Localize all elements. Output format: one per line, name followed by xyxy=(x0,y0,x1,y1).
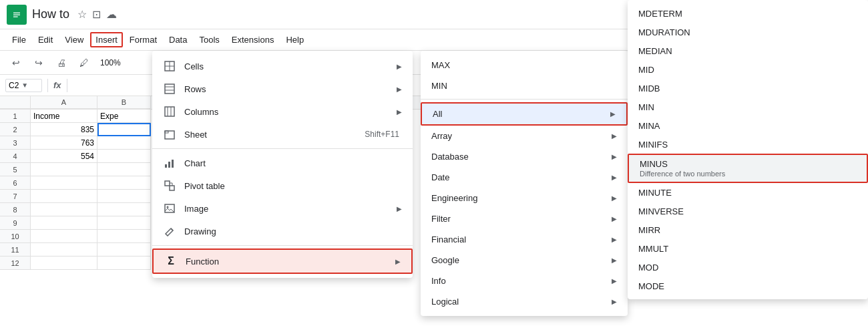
insert-image-item[interactable]: Image ▶ xyxy=(152,197,413,220)
menu-insert[interactable]: Insert xyxy=(90,32,123,47)
category-google[interactable]: Google ▶ xyxy=(421,250,628,271)
pivot-label: Pivot table xyxy=(184,181,402,191)
func-minute[interactable]: MINUTE xyxy=(628,183,868,202)
menu-file[interactable]: File xyxy=(7,32,31,47)
func-minus[interactable]: MINUS Difference of two numbers xyxy=(628,154,868,183)
cell-b3[interactable] xyxy=(97,136,151,150)
cell-a7[interactable] xyxy=(31,190,97,203)
cell-a10[interactable] xyxy=(31,230,97,243)
redo-button[interactable]: ↪ xyxy=(29,53,48,72)
insert-chart-item[interactable]: Chart xyxy=(152,152,413,174)
category-date[interactable]: Date ▶ xyxy=(421,167,628,188)
category-array[interactable]: Array ▶ xyxy=(421,126,628,146)
cell-a2[interactable]: 835 xyxy=(31,123,97,136)
cell-b7[interactable] xyxy=(97,190,151,203)
min-label: MIN xyxy=(431,81,617,91)
func-midb[interactable]: MIDB xyxy=(628,79,868,98)
mode-name: MODE xyxy=(638,281,857,291)
func-minverse[interactable]: MINVERSE xyxy=(628,202,868,220)
cell-b9[interactable] xyxy=(97,216,151,230)
cell-a8[interactable] xyxy=(31,203,97,216)
formula-divider2 xyxy=(67,79,67,92)
func-minifs[interactable]: MINIFS xyxy=(628,135,868,154)
cell-b6[interactable] xyxy=(97,176,151,190)
corner-cell xyxy=(0,96,31,109)
insert-cells-item[interactable]: Cells ▶ xyxy=(152,55,413,77)
func-mina[interactable]: MINA xyxy=(628,116,868,135)
formula-divider xyxy=(47,79,48,92)
cell-b2[interactable] xyxy=(97,123,151,136)
category-min[interactable]: MIN xyxy=(421,75,628,96)
cell-a5[interactable] xyxy=(31,163,97,176)
func-mode[interactable]: MODE xyxy=(628,277,868,295)
cell-b1[interactable]: Expe xyxy=(97,110,151,123)
menu-view[interactable]: View xyxy=(59,32,89,47)
category-info[interactable]: Info ▶ xyxy=(421,271,628,291)
cell-a3[interactable]: 763 xyxy=(31,136,97,150)
cell-a1[interactable]: Income xyxy=(31,110,97,123)
category-all[interactable]: All ▶ xyxy=(421,102,628,126)
cell-b10[interactable] xyxy=(97,230,151,243)
print-button[interactable]: 🖨 xyxy=(52,53,71,72)
insert-pivot-item[interactable]: Pivot table xyxy=(152,174,413,197)
func-mmult[interactable]: MMULT xyxy=(628,239,868,258)
func-mduration[interactable]: MDURATION xyxy=(628,23,868,41)
cell-b8[interactable] xyxy=(97,203,151,216)
menu-data[interactable]: Data xyxy=(164,32,192,47)
cell-a11[interactable] xyxy=(31,243,97,257)
func-min2[interactable]: MIN xyxy=(628,98,868,116)
cell-b5[interactable] xyxy=(97,163,151,176)
row-num-12: 12 xyxy=(0,257,31,270)
menu-tools[interactable]: Tools xyxy=(194,32,224,47)
paint-format-button[interactable]: 🖊 xyxy=(75,53,93,72)
cell-reference[interactable]: C2 ▼ xyxy=(5,79,42,92)
col-header-a: A xyxy=(31,96,97,109)
insert-function-item[interactable]: Σ Function ▶ xyxy=(152,248,413,274)
google-arrow-icon: ▶ xyxy=(612,257,617,264)
category-filter[interactable]: Filter ▶ xyxy=(421,208,628,229)
undo-button[interactable]: ↩ xyxy=(7,53,25,72)
insert-columns-item[interactable]: Columns ▶ xyxy=(152,100,413,123)
func-mid[interactable]: MID xyxy=(628,60,868,79)
func-mdeterm[interactable]: MDETERM xyxy=(628,4,868,23)
midb-name: MIDB xyxy=(638,84,857,94)
cell-a9[interactable] xyxy=(31,216,97,230)
insert-drawing-item[interactable]: Drawing xyxy=(152,220,413,242)
cell-a4[interactable]: 554 xyxy=(31,150,97,163)
func-mirr[interactable]: MIRR xyxy=(628,220,868,239)
cell-b4[interactable] xyxy=(97,150,151,163)
cell-b12[interactable] xyxy=(97,257,151,270)
function-list-dropdown[interactable]: MDETERM MDURATION MEDIAN MID MIDB MIN MI… xyxy=(628,0,868,299)
logical-arrow-icon: ▶ xyxy=(612,298,617,305)
category-logical[interactable]: Logical ▶ xyxy=(421,291,628,312)
cell-a12[interactable] xyxy=(31,257,97,270)
cloud-icon[interactable]: ☁ xyxy=(106,8,117,21)
menu-format[interactable]: Format xyxy=(124,32,162,47)
func-median[interactable]: MEDIAN xyxy=(628,41,868,60)
cell-b11[interactable] xyxy=(97,243,151,257)
svg-rect-16 xyxy=(168,162,170,168)
mina-name: MINA xyxy=(638,121,857,131)
insert-menu-dropdown[interactable]: Cells ▶ Rows ▶ Columns ▶ Sheet Shift+F11 xyxy=(152,51,413,278)
category-engineering[interactable]: Engineering ▶ xyxy=(421,188,628,208)
menu-extensions[interactable]: Extensions xyxy=(226,32,280,47)
folder-icon[interactable]: ⊡ xyxy=(92,8,101,21)
rows-label: Rows xyxy=(184,84,389,94)
star-icon[interactable]: ☆ xyxy=(77,8,87,21)
insert-menu-divider2 xyxy=(152,245,413,246)
func-mod[interactable]: MOD xyxy=(628,258,868,277)
row-num-8: 8 xyxy=(0,203,31,216)
menu-edit[interactable]: Edit xyxy=(33,32,58,47)
insert-rows-item[interactable]: Rows ▶ xyxy=(152,77,413,100)
array-label: Array xyxy=(431,131,612,141)
menu-help[interactable]: Help xyxy=(280,32,309,47)
zoom-level[interactable]: 100% xyxy=(97,58,124,67)
cell-a6[interactable] xyxy=(31,176,97,190)
insert-sheet-item[interactable]: Sheet Shift+F11 xyxy=(152,123,413,146)
category-financial[interactable]: Financial ▶ xyxy=(421,229,628,250)
category-menu-dropdown[interactable]: MAX MIN All ▶ Array ▶ Database ▶ Date ▶ … xyxy=(421,51,628,316)
columns-icon xyxy=(163,105,176,118)
category-database[interactable]: Database ▶ xyxy=(421,146,628,167)
category-max[interactable]: MAX xyxy=(421,55,628,75)
sheet-label: Sheet xyxy=(184,130,357,140)
